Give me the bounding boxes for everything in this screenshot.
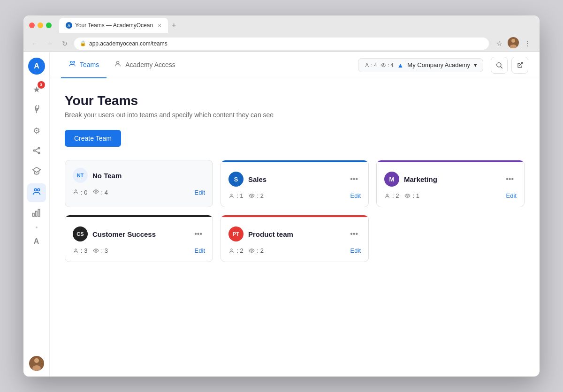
product-view-count: : 2: [257, 247, 263, 254]
cs-menu-button[interactable]: •••: [191, 229, 205, 239]
svg-point-22: [366, 63, 368, 65]
marketing-edit-link[interactable]: Edit: [506, 192, 517, 199]
svg-point-31: [407, 195, 408, 196]
svg-point-28: [231, 194, 232, 196]
marketing-team-name: Marketing: [404, 175, 437, 183]
chrome-bar: A Your Teams — AcademyOcean ✕ +: [23, 15, 540, 35]
marketing-menu-button[interactable]: •••: [503, 174, 517, 184]
sales-stats: : 1 : 2: [228, 192, 264, 199]
refresh-button[interactable]: ↻: [59, 38, 70, 49]
rocket-icon: [32, 105, 41, 116]
svg-point-20: [73, 61, 75, 63]
top-nav: Teams Academy Access: [50, 52, 540, 78]
team-card-no-team-header: NT No Team: [73, 168, 205, 183]
team-card-product: PT Product team •••: [221, 215, 369, 262]
chrome-menu-button[interactable]: ⋮: [521, 37, 534, 50]
teams-icon: [32, 187, 41, 199]
team-card-marketing-footer: : 2 : 1 Edit: [384, 192, 517, 199]
lock-icon: 🔒: [80, 40, 86, 46]
marketing-user-stat: : 2: [384, 192, 399, 199]
sales-user-stat: : 1: [228, 192, 243, 199]
svg-point-23: [383, 64, 384, 66]
sidebar-bottom: [29, 356, 44, 371]
active-tab[interactable]: A Your Teams — AcademyOcean ✕: [59, 18, 168, 33]
product-top-bar: [221, 215, 368, 217]
app-logo[interactable]: A: [28, 58, 45, 75]
browser-window: A Your Teams — AcademyOcean ✕ + ← → ↻ 🔒 …: [23, 15, 540, 377]
tab-academy-access[interactable]: Academy Access: [107, 52, 183, 78]
user-avatar[interactable]: [29, 356, 44, 371]
url-text: app.academyocean.com/teams: [89, 40, 167, 47]
svg-point-0: [511, 39, 515, 43]
sidebar-item-font[interactable]: A: [27, 232, 46, 251]
forward-button[interactable]: →: [44, 38, 55, 49]
new-tab-button[interactable]: +: [170, 19, 178, 31]
back-button[interactable]: ←: [29, 38, 40, 49]
sidebar-item-rocket[interactable]: [27, 101, 46, 120]
product-user-count: : 2: [236, 247, 243, 254]
svg-point-35: [251, 250, 252, 251]
svg-point-29: [251, 195, 252, 196]
team-card-sales-header: S Sales •••: [228, 172, 361, 187]
create-team-button[interactable]: Create Team: [65, 130, 121, 147]
minimize-traffic-light[interactable]: [38, 23, 43, 28]
team-card-product-footer: : 2 : 2 Edit: [228, 247, 361, 254]
chrome-user-avatar[interactable]: [508, 37, 519, 48]
team-card-no-team-title-area: NT No Team: [73, 168, 122, 183]
sidebar-item-analytics[interactable]: [27, 204, 46, 223]
svg-point-12: [34, 188, 37, 191]
chrome-actions: ☆ ⋮: [493, 37, 534, 50]
page-content: Your Teams Break your users out into tea…: [50, 78, 540, 377]
page-subtitle: Break your users out into teams and spec…: [65, 111, 525, 119]
sidebar-item-courses[interactable]: [27, 163, 46, 181]
search-button[interactable]: [491, 57, 508, 74]
no-team-user-count: : 0: [81, 189, 87, 196]
sidebar-item-teams[interactable]: [27, 183, 46, 202]
team-card-cs-title-area: CS Customer Success: [73, 226, 156, 241]
marketing-avatar: M: [384, 172, 399, 187]
academy-access-tab-icon: [114, 60, 122, 69]
team-card-marketing: M Marketing •••: [376, 160, 525, 207]
team-card-cs-footer: : 3 : 3 Edit: [73, 247, 205, 254]
sidebar-divider: [36, 226, 38, 228]
address-field[interactable]: 🔒 app.academyocean.com/teams: [74, 38, 489, 50]
view-stat-value: 4: [390, 62, 393, 68]
teams-grid: NT No Team: [65, 160, 525, 262]
teams-tab-label: Teams: [80, 61, 99, 68]
svg-point-7: [38, 147, 39, 149]
cs-edit-link[interactable]: Edit: [195, 247, 205, 254]
tab-favicon: A: [66, 22, 72, 29]
tab-close-button[interactable]: ✕: [158, 23, 161, 28]
svg-point-30: [387, 194, 388, 196]
sales-menu-button[interactable]: •••: [347, 174, 361, 184]
svg-point-19: [70, 61, 72, 63]
sales-edit-link[interactable]: Edit: [350, 192, 361, 199]
cs-team-name: Customer Success: [92, 230, 156, 238]
svg-point-8: [38, 152, 39, 153]
tab-title: Your Teams — AcademyOcean: [75, 22, 153, 29]
cs-top-bar: [65, 215, 213, 217]
sidebar-item-starred[interactable]: ★ 3: [27, 80, 46, 99]
address-bar-row: ← → ↻ 🔒 app.academyocean.com/teams ☆ ⋮: [23, 35, 540, 52]
sidebar-item-settings[interactable]: ⚙: [27, 121, 46, 140]
no-team-edit-link[interactable]: Edit: [195, 189, 205, 196]
top-nav-actions: [491, 57, 528, 74]
product-edit-link[interactable]: Edit: [350, 247, 361, 254]
svg-point-6: [33, 150, 35, 151]
team-card-sales-footer: : 1 : 2 Edit: [228, 192, 361, 199]
maximize-traffic-light[interactable]: [46, 23, 52, 28]
sales-view-stat: : 2: [249, 192, 263, 199]
settings-icon: ⚙: [33, 126, 40, 136]
close-traffic-light[interactable]: [29, 23, 35, 28]
user-stat-value: 4: [374, 62, 377, 68]
no-team-avatar: NT: [73, 168, 88, 183]
academy-selector[interactable]: : 4 : 4 ▲ My Company Aca: [358, 58, 483, 72]
sidebar-item-pipeline[interactable]: [27, 142, 46, 161]
bookmark-button[interactable]: ☆: [493, 37, 506, 50]
tab-teams[interactable]: Teams: [61, 52, 107, 78]
product-menu-button[interactable]: •••: [347, 229, 361, 239]
user-stat-icon: [73, 188, 79, 196]
svg-line-9: [35, 148, 38, 150]
external-link-button[interactable]: [511, 57, 528, 74]
marketing-user-count: : 2: [392, 192, 399, 199]
